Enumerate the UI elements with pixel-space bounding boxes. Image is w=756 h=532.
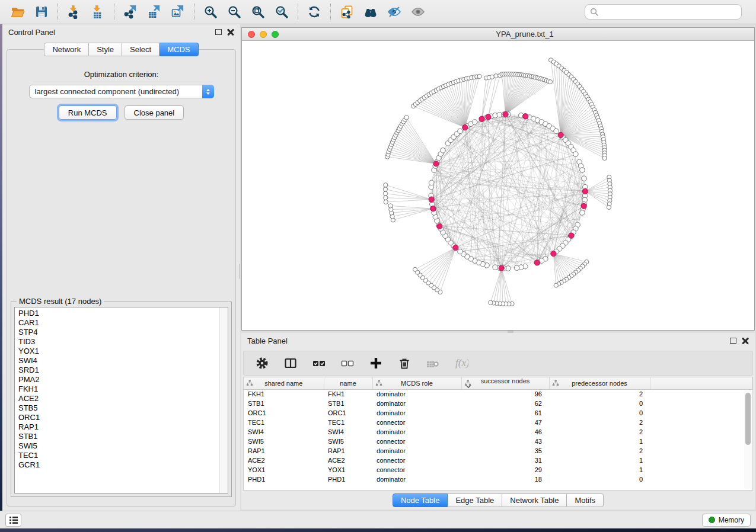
tab-network-table[interactable]: Network Table <box>502 493 567 507</box>
cell-MCDS-role[interactable]: dominator <box>372 389 461 399</box>
cell-shared-name[interactable]: SWI5 <box>244 437 324 446</box>
minimize-window-icon[interactable] <box>260 31 267 38</box>
network-window-titlebar[interactable]: YPA_prune.txt_1 <box>242 28 754 41</box>
export-network-button[interactable] <box>119 2 142 22</box>
table-row[interactable]: SWI5SWI5connector431 <box>244 437 752 446</box>
cell-name[interactable]: PHD1 <box>324 475 372 484</box>
column-header-successor-nodes[interactable]: successor nodes <box>461 377 549 389</box>
cell-predecessor-nodes[interactable]: 0 <box>549 475 650 484</box>
table-row[interactable]: ACE2ACE2connector311 <box>244 456 752 465</box>
mcds-result-item[interactable]: PMA2 <box>18 375 228 384</box>
cell-shared-name[interactable]: STB1 <box>244 399 324 408</box>
zoom-out-button[interactable] <box>222 2 246 22</box>
mcds-result-list[interactable]: PHD1CAR1STP4TID3YOX1SWI4SRD1PMA2FKH1ACE2… <box>14 307 228 493</box>
cell-successor-nodes[interactable]: 18 <box>461 475 549 484</box>
cell-predecessor-nodes[interactable]: 2 <box>549 389 650 399</box>
cell-shared-name[interactable]: PHD1 <box>244 475 324 484</box>
cell-name[interactable]: FKH1 <box>324 389 372 399</box>
mcds-result-item[interactable]: SRD1 <box>18 366 228 375</box>
cell-successor-nodes[interactable]: 46 <box>461 427 549 437</box>
tab-node-table[interactable]: Node Table <box>393 493 448 507</box>
cell-successor-nodes[interactable]: 47 <box>461 418 549 427</box>
mcds-result-item[interactable]: RAP1 <box>18 422 228 432</box>
mcds-result-item[interactable]: FKH1 <box>18 384 228 394</box>
cell-successor-nodes[interactable]: 61 <box>461 408 549 418</box>
column-header-shared-name[interactable]: shared name <box>244 377 324 389</box>
cell-MCDS-role[interactable]: dominator <box>372 446 461 456</box>
cell-MCDS-role[interactable]: connector <box>372 418 461 427</box>
export-image-button[interactable] <box>166 2 190 22</box>
cell-name[interactable]: RAP1 <box>324 446 372 456</box>
cell-successor-nodes[interactable]: 29 <box>461 465 549 475</box>
import-network-button[interactable] <box>62 2 86 22</box>
mcds-result-item[interactable]: PHD1 <box>18 309 228 318</box>
close-panel-button[interactable]: Close panel <box>125 105 184 120</box>
open-session-button[interactable] <box>6 2 30 22</box>
column-header-predecessor-nodes[interactable]: predecessor nodes <box>549 377 650 389</box>
cell-predecessor-nodes[interactable]: 2 <box>549 418 650 427</box>
cell-MCDS-role[interactable]: dominator <box>372 408 461 418</box>
cell-name[interactable]: ORC1 <box>324 408 372 418</box>
cell-successor-nodes[interactable]: 31 <box>461 456 549 465</box>
hide-selected-button[interactable] <box>382 2 406 22</box>
column-header-MCDS-role[interactable]: MCDS role <box>372 377 461 389</box>
cell-predecessor-nodes[interactable]: 1 <box>549 456 650 465</box>
table-row[interactable]: FKH1FKH1dominator962 <box>244 389 752 399</box>
cell-shared-name[interactable]: RAP1 <box>244 446 324 456</box>
table-scrollbar-thumb[interactable] <box>745 393 751 445</box>
split-view-button[interactable] <box>280 353 301 373</box>
run-mcds-button[interactable]: Run MCDS <box>59 105 117 120</box>
cell-predecessor-nodes[interactable]: 1 <box>549 437 650 446</box>
delete-column-button[interactable] <box>394 353 414 373</box>
tab-motifs[interactable]: Motifs <box>567 493 604 507</box>
table-row[interactable]: RAP1RAP1dominator352 <box>244 446 752 456</box>
cell-predecessor-nodes[interactable]: 1 <box>549 465 650 475</box>
table-row[interactable]: ORC1ORC1dominator610 <box>244 408 752 418</box>
table-row[interactable]: SWI4SWI4dominator462 <box>244 427 752 437</box>
cell-name[interactable]: SWI4 <box>324 427 372 437</box>
mcds-result-item[interactable]: CAR1 <box>18 318 228 328</box>
close-panel-icon[interactable] <box>227 28 234 36</box>
cell-predecessor-nodes[interactable]: 0 <box>549 399 650 408</box>
mcds-result-item[interactable]: ACE2 <box>18 394 228 403</box>
cell-name[interactable]: ACE2 <box>324 456 372 465</box>
tab-style[interactable]: Style <box>89 43 122 56</box>
panel-toggle-button[interactable] <box>5 514 21 527</box>
zoom-selected-button[interactable] <box>270 2 294 22</box>
cell-MCDS-role[interactable]: dominator <box>372 475 461 484</box>
cell-MCDS-role[interactable]: connector <box>372 456 461 465</box>
network-canvas[interactable] <box>242 41 754 330</box>
zoom-window-icon[interactable] <box>272 31 279 38</box>
column-header-name[interactable]: name <box>324 377 372 389</box>
cell-successor-nodes[interactable]: 35 <box>461 446 549 456</box>
cell-successor-nodes[interactable]: 62 <box>461 399 549 408</box>
cell-shared-name[interactable]: FKH1 <box>244 389 324 399</box>
mcds-result-item[interactable]: TEC1 <box>18 451 228 460</box>
cell-successor-nodes[interactable]: 43 <box>461 437 549 446</box>
memory-button[interactable]: Memory <box>702 514 751 527</box>
cell-successor-nodes[interactable]: 96 <box>461 389 549 399</box>
cell-MCDS-role[interactable]: connector <box>372 465 461 475</box>
mcds-result-item[interactable]: GCR1 <box>18 460 228 470</box>
mcds-result-item[interactable]: ORC1 <box>18 413 228 422</box>
cell-MCDS-role[interactable]: dominator <box>372 427 461 437</box>
import-table-button[interactable] <box>86 2 110 22</box>
search-field[interactable] <box>585 4 742 20</box>
cell-name[interactable]: STB1 <box>324 399 372 408</box>
tab-network[interactable]: Network <box>44 43 89 56</box>
gear-button[interactable] <box>252 353 272 373</box>
float-panel-icon[interactable] <box>215 29 222 35</box>
cell-shared-name[interactable]: ACE2 <box>244 456 324 465</box>
tab-mcds[interactable]: MCDS <box>160 43 198 56</box>
table-scrollbar[interactable] <box>744 390 752 489</box>
table-row[interactable]: PHD1PHD1dominator180 <box>244 475 752 484</box>
cell-shared-name[interactable]: YOX1 <box>244 465 324 475</box>
first-neighbors-button[interactable] <box>359 2 382 22</box>
mcds-result-item[interactable]: STB5 <box>18 403 228 413</box>
refresh-view-button[interactable] <box>302 2 326 22</box>
mcds-result-item[interactable]: SWI4 <box>18 356 228 366</box>
cell-MCDS-role[interactable]: connector <box>372 437 461 446</box>
tab-edge-table[interactable]: Edge Table <box>448 493 502 507</box>
criterion-dropdown[interactable]: largest connected component (undirected) <box>29 85 214 98</box>
delete-table-button[interactable] <box>423 353 443 373</box>
